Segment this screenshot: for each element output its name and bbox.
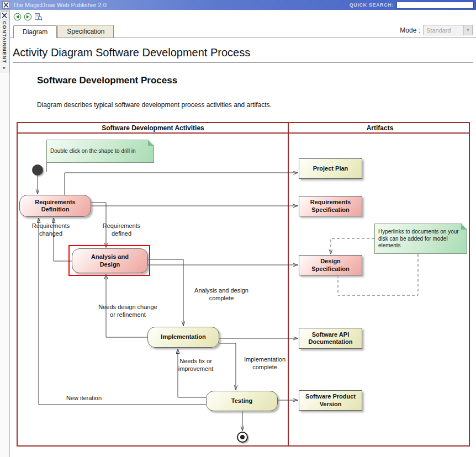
- artifact-software-api-documentation[interactable]: Software API Documentation: [299, 328, 362, 349]
- tab-specification[interactable]: Specification: [57, 25, 114, 38]
- artifact-project-plan[interactable]: Project Plan: [299, 158, 362, 179]
- lane-header-divider: [18, 132, 469, 134]
- edge-label-needs-design-change: Needs design change or refinement: [96, 304, 160, 319]
- artifact-software-product-version[interactable]: Software Product Version: [299, 390, 362, 411]
- back-button[interactable]: [13, 12, 22, 21]
- activity-implementation[interactable]: Implementation: [147, 327, 219, 348]
- lane-divider: [288, 123, 289, 445]
- mode-select[interactable]: Standard ▼: [423, 25, 473, 35]
- note-hyperlinks: Hyperlinks to documents on your disk can…: [374, 224, 467, 254]
- mode-label: Mode :: [400, 26, 420, 34]
- content-area: Activity Diagram Software Development Pr…: [10, 38, 476, 457]
- edge-note-to-design-spec: [331, 238, 374, 254]
- initial-node[interactable]: [32, 164, 43, 176]
- app-logo-icon: [2, 1, 10, 9]
- toolbar: [10, 10, 476, 23]
- lane-header-artifacts: Artifacts: [289, 123, 471, 132]
- forward-button[interactable]: [23, 12, 32, 21]
- edge-label-requirements-defined: Requirements defined: [94, 222, 149, 238]
- mode-control: Mode : Standard ▼: [400, 25, 476, 38]
- diagram-description: Diagram describes typical software devel…: [37, 101, 474, 109]
- expand-arrow-icon[interactable]: ►: [3, 66, 7, 70]
- containment-label: CONTAINMENT: [2, 21, 7, 63]
- lane-header-activities: Software Development Activities: [18, 123, 288, 132]
- artifact-design-specification[interactable]: Design Specification: [299, 255, 362, 275]
- activity-diagram: Software Development Activities Artifact…: [17, 122, 470, 447]
- edge-label-needs-fix: Needs fix or improvement: [170, 358, 222, 373]
- containment-sidebar: CONTAINMENT ►: [0, 10, 10, 457]
- edge-label-new-iteration: New iteration: [59, 395, 109, 402]
- edge-label-implementation-complete: Implementation complete: [239, 356, 291, 371]
- final-node[interactable]: [237, 432, 248, 443]
- artifact-requirements-specification[interactable]: Requirements Specification: [299, 196, 362, 216]
- window-title: The MagicDraw Web Publisher 2.0: [13, 2, 347, 8]
- containment-tab[interactable]: CONTAINMENT ►: [0, 10, 9, 72]
- containment-icon: [1, 12, 8, 19]
- activity-analysis-and-design[interactable]: Analysis and Design: [72, 248, 148, 273]
- chevron-down-icon: ▼: [463, 25, 472, 35]
- diagram-heading: Software Development Process: [37, 75, 474, 86]
- mode-value: Standard: [426, 27, 451, 34]
- edge-label-analysis-complete: Analysis and design complete: [191, 287, 252, 302]
- activity-testing[interactable]: Testing: [206, 391, 278, 411]
- edge-needs-fix: [178, 349, 206, 397]
- page-title: Activity Diagram Software Development Pr…: [13, 46, 474, 59]
- note-drill-in: Double click on the shape to drill in: [46, 140, 154, 163]
- quick-search-label: QUICK SEARCH:: [350, 2, 394, 8]
- title-divider: [13, 62, 473, 63]
- zoom-document-button[interactable]: [34, 12, 43, 21]
- quick-search-input[interactable]: [396, 2, 474, 9]
- tab-bar: Diagram Specification Mode : Standard ▼: [10, 23, 476, 38]
- final-node-dot: [240, 435, 245, 439]
- edge-requirements-to-project-plan: [65, 173, 298, 195]
- window-titlebar: The MagicDraw Web Publisher 2.0 QUICK SE…: [0, 0, 476, 10]
- activity-requirements-definition[interactable]: Requirements Definition: [19, 195, 91, 217]
- edge-label-requirements-changed: Requirements changed: [23, 222, 78, 238]
- tab-diagram[interactable]: Diagram: [13, 25, 57, 38]
